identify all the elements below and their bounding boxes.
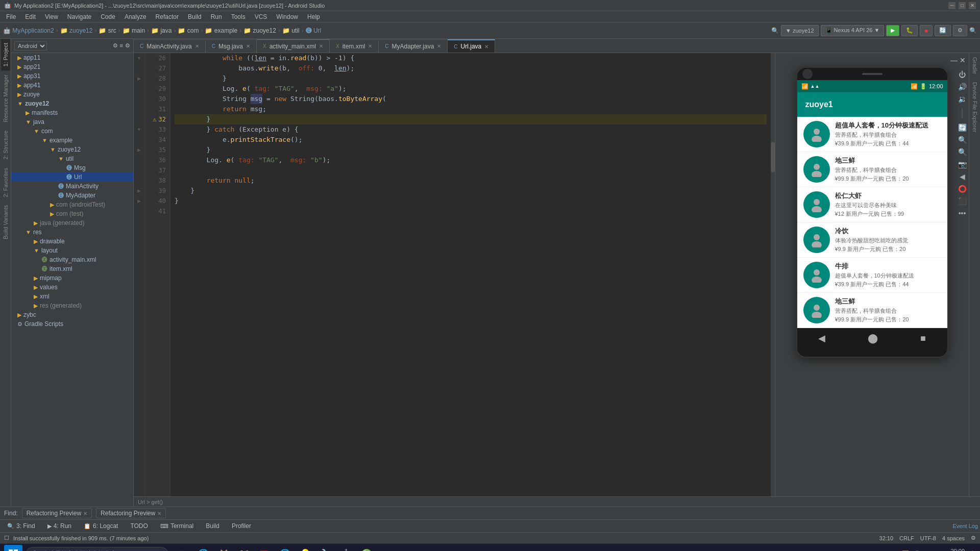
tree-item-app11[interactable]: ▶ app11 <box>11 53 133 62</box>
bottom-tab-build[interactable]: Build <box>201 520 225 532</box>
menu-tools[interactable]: Tools <box>227 12 250 21</box>
fold-arrow[interactable]: ▼ <box>137 56 141 61</box>
tree-item-mainactivity[interactable]: 🅒 MainActivity <box>11 182 133 191</box>
menu-help[interactable]: Help <box>303 12 324 21</box>
vtab-resource-manager[interactable]: Resource Manager <box>1 70 10 127</box>
tree-item-item-xml[interactable]: 🅧 item.xml <box>11 264 133 273</box>
phone-home-button[interactable]: ⬤ <box>868 333 878 344</box>
settings-button[interactable]: ⚙ <box>953 25 967 36</box>
tree-item-res-generated[interactable]: ▶ res (generated) <box>11 301 133 310</box>
tab-close-icon[interactable]: ✕ <box>437 43 441 49</box>
tree-item-com-test[interactable]: ▶ com (test) <box>11 209 133 218</box>
camera-icon[interactable]: 📷 <box>958 160 967 168</box>
tree-item-mipmap[interactable]: ▶ mipmap <box>11 273 133 283</box>
maximize-button[interactable]: □ <box>959 2 966 9</box>
line-separator[interactable]: CRLF <box>899 535 914 541</box>
menu-run[interactable]: Run <box>207 12 226 21</box>
code-content[interactable]: while ((len = in.read(b)) > -1) { baos.w… <box>170 53 771 496</box>
tree-item-xml-folder[interactable]: ▶ xml <box>11 292 133 301</box>
tree-item-layout[interactable]: ▼ layout <box>11 246 133 255</box>
power-icon[interactable]: ⏻ <box>959 70 966 79</box>
tree-item-gradle-scripts[interactable]: ⚙ Gradle Scripts <box>11 319 133 329</box>
tree-item-app41[interactable]: ▶ app41 <box>11 81 133 90</box>
bottom-tab-find[interactable]: 🔍 3: Find <box>2 520 40 532</box>
find-tab-refactoring-1[interactable]: Refactoring Preview ✕ <box>22 508 92 518</box>
emulator-minimize-button[interactable]: — <box>950 56 958 64</box>
indent-info[interactable]: 4 spaces <box>942 535 965 541</box>
debug-button[interactable]: 🐛 <box>901 25 918 36</box>
tree-item-com[interactable]: ▼ com <box>11 127 133 136</box>
tree-item-drawable[interactable]: ▶ drawable <box>11 237 133 246</box>
stop-button[interactable]: ■ <box>920 25 933 36</box>
bottom-tab-terminal[interactable]: ⌨ Terminal <box>155 520 199 532</box>
taskbar-jetbrains-icon[interactable]: 🔧 <box>316 545 335 552</box>
tab-url[interactable]: C Url.java ✕ <box>448 39 495 53</box>
project-selector[interactable]: ▼ zuoye12 <box>781 25 819 36</box>
fold-arrow[interactable]: ▶ <box>137 198 141 204</box>
tab-activity-main-xml[interactable]: X activity_main.xml ✕ <box>257 39 330 53</box>
cursor-position[interactable]: 32:10 <box>879 535 894 541</box>
menu-analyze[interactable]: Analyze <box>120 12 151 21</box>
tree-item-java-generated[interactable]: ▶ java (generated) <box>11 218 133 228</box>
vtab-project[interactable]: 1: Project <box>1 39 10 70</box>
menu-build[interactable]: Build <box>184 12 206 21</box>
vertical-scrollbar[interactable] <box>771 53 775 496</box>
taskbar-explorer-icon[interactable]: 🗂 <box>174 545 192 552</box>
collapse-icon[interactable]: ≡ <box>120 42 123 49</box>
project-view-selector[interactable]: Android Project <box>14 41 47 51</box>
tab-myadapter[interactable]: C MyAdapter.java ✕ <box>379 39 448 53</box>
stop-icon[interactable]: ⬛ <box>958 197 967 205</box>
find-tab-refactoring-2[interactable]: Refactoring Preview ✕ <box>96 508 166 518</box>
bottom-tab-todo[interactable]: TODO <box>125 520 153 532</box>
taskbar-chrome-icon[interactable]: 🌐 <box>276 545 294 552</box>
taskbar-edge-icon[interactable]: 🌐 <box>194 545 212 552</box>
tree-item-util[interactable]: ▼ util <box>11 154 133 163</box>
tree-item-values[interactable]: ▶ values <box>11 283 133 292</box>
bottom-tab-logcat[interactable]: 📋 6: Logcat <box>79 520 123 532</box>
tab-close-icon[interactable]: ✕ <box>246 43 250 49</box>
tab-close-icon[interactable]: ✕ <box>319 43 323 49</box>
checkbox-icon[interactable]: ☐ <box>4 535 9 541</box>
close-button[interactable]: ✕ <box>969 2 976 9</box>
taskbar-green-icon[interactable]: 🟢 <box>357 545 376 552</box>
fold-arrow[interactable]: ▶ <box>137 188 141 193</box>
volume-down-icon[interactable]: 🔉 <box>958 95 967 103</box>
tab-close-icon[interactable]: ✕ <box>195 43 199 49</box>
tab-close-icon[interactable]: ✕ <box>368 43 372 49</box>
tab-msg[interactable]: C Msg.java ✕ <box>206 39 257 53</box>
taskbar-idea-icon[interactable]: 💡 <box>296 545 314 552</box>
tree-item-java[interactable]: ▼ java <box>11 117 133 127</box>
phone-list-item-2[interactable]: 松仁大虾 在这里可以尝尽各种美味 ¥12 新用户一元购 已售：99 <box>797 187 947 222</box>
fold-arrow[interactable]: ▶ <box>137 76 141 81</box>
tree-item-myadapter[interactable]: 🅒 MyAdapter <box>11 191 133 200</box>
vtab-favorites[interactable]: 2: Favorites <box>1 164 10 201</box>
taskbar-search[interactable]: 🔍 在这里输入你要搜索的内容 <box>26 547 168 552</box>
taskbar-clock[interactable]: 20:00 2021/8/1 <box>943 548 965 552</box>
tree-item-zuoye12-pkg[interactable]: ▼ zuoye12 <box>11 145 133 154</box>
phone-recents-button[interactable]: ■ <box>920 333 926 344</box>
sync-icon[interactable]: ⚙ <box>113 42 118 49</box>
encoding[interactable]: UTF-8 <box>920 535 936 541</box>
tree-item-zuoye[interactable]: ▶ zuoye <box>11 90 133 99</box>
fold-arrow[interactable]: ▼ <box>137 127 141 132</box>
search-icon[interactable]: 🔍 <box>771 27 779 34</box>
menu-edit[interactable]: Edit <box>21 12 40 21</box>
back-icon[interactable]: ◀ <box>960 172 965 181</box>
menu-view[interactable]: View <box>41 12 62 21</box>
phone-list-item-3[interactable]: 冷饮 体验冷热酸甜想吃就吃的感觉 ¥9.9 新用户一元购 已售：20 <box>797 222 947 258</box>
tree-item-manifests[interactable]: ▶ manifests <box>11 108 133 117</box>
event-log-link[interactable]: Event Log <box>952 523 978 529</box>
vtab-build-variants[interactable]: Build Variants <box>1 201 10 243</box>
menu-file[interactable]: File <box>2 12 20 21</box>
phone-list-item-4[interactable]: 牛排 超值单人套餐，10分钟极速配送 ¥39.9 新用户一元购 已售：44 <box>797 258 947 293</box>
tab-item-xml[interactable]: X item.xml ✕ <box>330 39 379 53</box>
emulator-close-button[interactable]: ✕ <box>960 56 966 64</box>
tab-close-icon[interactable]: ✕ <box>484 44 488 49</box>
phone-list-item-0[interactable]: 超值单人套餐，10分钟极速配送 营养搭配，科学膳食组合 ¥39.9 新用户一元购… <box>797 117 947 152</box>
tree-item-activity-main-xml[interactable]: 🅧 activity_main.xml <box>11 255 133 264</box>
taskbar-android-studio-icon[interactable]: 🤖 <box>337 545 355 552</box>
settings-icon[interactable]: ⚙ <box>125 42 130 49</box>
tree-item-zybc[interactable]: ▶ zybc <box>11 310 133 319</box>
zoom-in-icon[interactable]: 🔍 <box>958 136 967 144</box>
fold-arrow[interactable]: ▶ <box>137 147 141 153</box>
